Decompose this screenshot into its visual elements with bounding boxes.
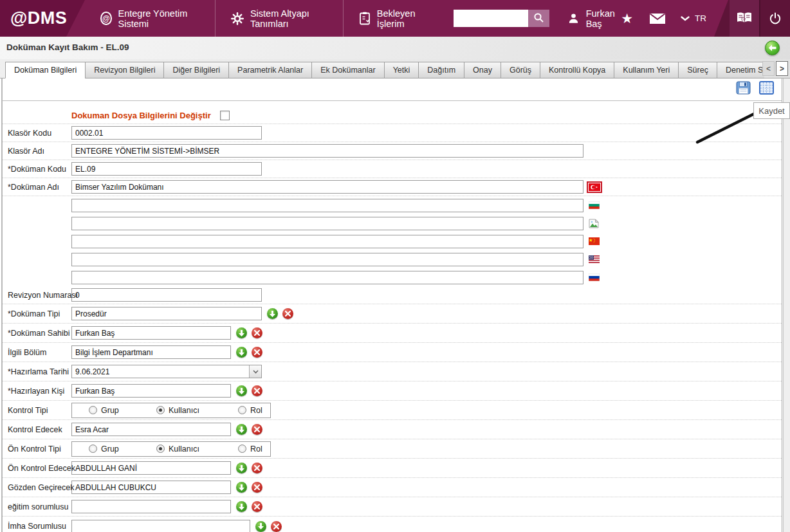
- user-menu[interactable]: Furkan Baş: [567, 0, 621, 37]
- tab-gorus[interactable]: Görüş: [501, 62, 540, 78]
- logout-power-icon[interactable]: [759, 0, 790, 37]
- field-label: Klasör Adı: [8, 147, 44, 156]
- save-tooltip: Kaydet: [753, 102, 790, 119]
- hazirlama-tarihi-input[interactable]: [71, 365, 262, 378]
- menu-item-sistem-altyapi-tanimlari[interactable]: Sistem Altyapı Tanımları: [216, 0, 343, 37]
- form-row-hazirlama-tarihi: *Hazırlama Tarihi: [3, 362, 782, 381]
- radio-circle: [238, 406, 246, 414]
- tab-yetki[interactable]: Yetki: [384, 62, 419, 78]
- back-button[interactable]: [765, 41, 780, 55]
- top-navigation-bar: @DMS Entegre Yönetim Sistemi Sistem Alt: [0, 0, 790, 37]
- radio-label: Grup: [101, 406, 119, 415]
- lookup-select-button[interactable]: [236, 463, 247, 473]
- lookup-select-button[interactable]: [236, 385, 247, 396]
- egitim-sorumlusu-input[interactable]: [71, 500, 231, 513]
- dokuman-adi-lang5-input[interactable]: [71, 253, 583, 266]
- tab-scroll-right-button[interactable]: >: [776, 61, 788, 76]
- radio-kullanici[interactable]: Kullanıcı: [156, 445, 199, 454]
- save-button[interactable]: [735, 82, 751, 96]
- clear-value-button[interactable]: [252, 463, 262, 473]
- tab-scroll-left-button[interactable]: <: [762, 61, 775, 76]
- dokuman-adi-lang4-input[interactable]: [71, 235, 583, 248]
- kontrol-edecek-input[interactable]: [71, 423, 231, 436]
- ilgili-bolum-input[interactable]: [71, 345, 231, 359]
- dokuman-tipi-input[interactable]: [71, 307, 262, 320]
- field-label: Ön Kontrol Edecek: [8, 464, 75, 473]
- tab-diger-bilgileri[interactable]: Diğer Bilgileri: [163, 62, 228, 78]
- lookup-select-button[interactable]: [236, 424, 247, 435]
- lookup-select-button[interactable]: [255, 521, 266, 532]
- radio-rol[interactable]: Rol: [238, 406, 262, 415]
- field-label: *Doküman Adı: [8, 183, 59, 192]
- tabs-container: Doküman Bilgileri Revizyon Bilgileri Diğ…: [5, 62, 764, 78]
- qdms-logo-text: @DMS: [10, 8, 67, 28]
- change-file-info-checkbox[interactable]: [220, 111, 230, 120]
- lookup-select-button[interactable]: [267, 308, 278, 319]
- clear-value-button[interactable]: [282, 308, 293, 319]
- revizyon-numarasi-input[interactable]: [71, 288, 262, 302]
- radio-circle: [238, 445, 246, 453]
- form-row-revizyon-numarasi: Revizyon Numarası: [3, 286, 782, 304]
- tab-dokuman-bilgileri[interactable]: Doküman Bilgileri: [5, 62, 85, 78]
- search-icon: [533, 12, 544, 25]
- tab-onay[interactable]: Onay: [464, 62, 501, 78]
- language-selector[interactable]: TR: [681, 0, 706, 37]
- imha-sorumlusu-input[interactable]: [71, 520, 250, 532]
- vertical-scrollbar-track[interactable]: [783, 78, 790, 532]
- menu-item-bekleyen-islerim[interactable]: Bekleyen İşlerim: [344, 0, 445, 37]
- search-input[interactable]: [454, 10, 528, 27]
- tab-kullanim-yeri[interactable]: Kullanım Yeri: [614, 62, 678, 78]
- radio-label: Kullanıcı: [169, 445, 199, 454]
- bulgarian-flag-icon: [589, 201, 600, 209]
- dokuman-adi-lang6-input[interactable]: [71, 271, 583, 284]
- form-row-kontrol-tipi: Kontrol Tipi Grup Kullanıcı Rol: [3, 401, 782, 420]
- clear-value-button[interactable]: [252, 347, 262, 358]
- kontrol-tipi-radio-group: Grup Kullanıcı Rol: [71, 403, 271, 418]
- clear-value-button[interactable]: [252, 327, 262, 338]
- usa-flag-icon: [589, 255, 600, 263]
- clear-value-button[interactable]: [252, 482, 262, 493]
- dokuman-adi-lang2-input[interactable]: [71, 199, 583, 212]
- gozden-gecirecek-input[interactable]: [71, 481, 231, 494]
- favorites-star-icon[interactable]: ★: [621, 0, 633, 37]
- radio-kullanici[interactable]: Kullanıcı: [156, 406, 199, 415]
- on-kontrol-edecek-input[interactable]: [71, 461, 231, 475]
- form-row-dokuman-adi-lang4: [3, 232, 782, 250]
- lookup-select-button[interactable]: [236, 327, 247, 338]
- tab-dagitim[interactable]: Dağıtım: [418, 62, 464, 78]
- lookup-select-button[interactable]: [236, 501, 247, 512]
- clipboard-check-icon: [359, 12, 371, 25]
- clear-value-button[interactable]: [271, 521, 282, 532]
- lookup-select-button[interactable]: [236, 482, 247, 493]
- radio-rol[interactable]: Rol: [238, 445, 262, 454]
- lookup-select-button[interactable]: [236, 347, 247, 358]
- dokuman-sahibi-input[interactable]: [71, 326, 231, 340]
- tab-parametrik-alanlar[interactable]: Parametrik Alanlar: [228, 62, 311, 78]
- klasor-kodu-input[interactable]: [71, 126, 262, 140]
- gear-icon: [231, 12, 244, 25]
- clear-value-button[interactable]: [252, 501, 262, 512]
- dokuman-kodu-input[interactable]: [71, 162, 262, 176]
- tab-strip: Doküman Bilgileri Revizyon Bilgileri Diğ…: [0, 59, 790, 78]
- menu-item-entegre-yonetim-sistemi[interactable]: Entegre Yönetim Sistemi: [85, 0, 215, 37]
- tab-revizyon-bilgileri[interactable]: Revizyon Bilgileri: [85, 62, 163, 78]
- tab-ek-dokumanlar[interactable]: Ek Dokümanlar: [311, 62, 383, 78]
- clear-value-button[interactable]: [252, 385, 262, 396]
- messages-envelope-icon[interactable]: [650, 0, 665, 37]
- radio-grup[interactable]: Grup: [89, 445, 119, 454]
- help-book-icon[interactable]: [730, 0, 759, 37]
- klasor-adi-input[interactable]: [71, 144, 583, 158]
- search-button[interactable]: [528, 10, 549, 27]
- tab-kontrollu-kopya[interactable]: Kontrollü Kopya: [540, 62, 614, 78]
- radio-grup[interactable]: Grup: [89, 406, 119, 415]
- dokuman-adi-lang3-input[interactable]: [71, 217, 583, 230]
- dokuman-adi-tr-input[interactable]: [71, 180, 583, 194]
- clear-value-button[interactable]: [252, 424, 262, 435]
- hazirlayan-kisi-input[interactable]: [71, 384, 231, 398]
- field-label: *Doküman Kodu: [8, 165, 66, 174]
- qdms-logo[interactable]: @DMS: [0, 0, 85, 37]
- tab-surec[interactable]: Süreç: [678, 62, 717, 78]
- tab-denetim-sorulan[interactable]: Denetim Sorulan: [717, 62, 764, 78]
- date-dropdown-button[interactable]: [249, 365, 261, 378]
- grid-view-button[interactable]: [758, 82, 774, 96]
